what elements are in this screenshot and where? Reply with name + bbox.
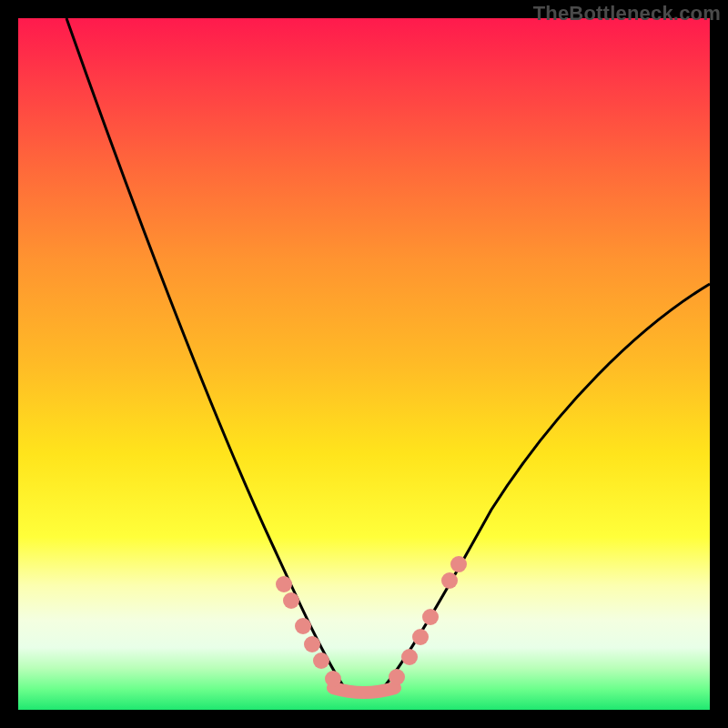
marker-dot <box>389 669 405 685</box>
marker-dot <box>401 649 418 665</box>
watermark-text: TheBottleneck.com <box>533 2 721 25</box>
trough-highlight <box>333 688 395 693</box>
curve-left-arm <box>66 18 355 690</box>
marker-dot <box>441 572 458 589</box>
curve-layer <box>18 18 710 710</box>
chart-frame: TheBottleneck.com <box>0 0 728 728</box>
marker-dot <box>276 576 292 592</box>
curve-right-arm <box>384 284 710 687</box>
plot-area <box>18 18 710 710</box>
marker-dot <box>313 652 329 669</box>
marker-dot <box>295 618 311 634</box>
marker-dot <box>283 592 299 609</box>
marker-dot <box>450 556 467 572</box>
marker-dot <box>304 636 320 652</box>
marker-dot <box>422 609 439 625</box>
marker-dot <box>412 629 429 645</box>
marker-dot <box>325 671 341 687</box>
